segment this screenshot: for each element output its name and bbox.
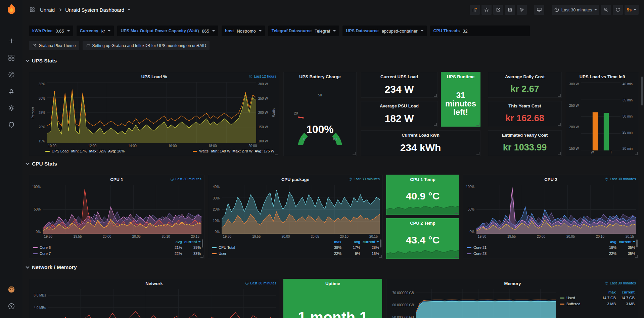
panel-title[interactable]: Memory xyxy=(504,281,521,286)
panel-title[interactable]: Network xyxy=(145,281,163,286)
legend-col-current[interactable]: current xyxy=(616,290,635,294)
legend-col-max[interactable]: max xyxy=(323,240,341,244)
ups-load-chart[interactable] xyxy=(47,82,256,143)
legend-row-core23: Core 23 22% 35% xyxy=(467,251,635,257)
variable-telegraf-datasource[interactable]: Telegraf DatasourceTelegraf xyxy=(268,26,339,36)
time-picker-button[interactable]: Last 30 minutes xyxy=(552,5,599,15)
panel-title[interactable]: Estimated Yearly Cost xyxy=(502,133,548,138)
apps-grid-icon[interactable] xyxy=(28,5,37,14)
cpu2-chart[interactable] xyxy=(476,185,636,234)
template-variables-row: kWh Price0.65 Currencykr UPS Max Output … xyxy=(29,26,530,36)
legend-col-avg[interactable]: avg xyxy=(598,240,616,244)
panel-uptime: Uptime 1 month 1 xyxy=(283,279,382,318)
gauge-label-mid: 50 xyxy=(318,93,322,97)
legend-col-avg[interactable]: avg xyxy=(341,240,360,244)
dashboard-title[interactable]: Unraid System Dashboard xyxy=(65,7,124,13)
panel-title[interactable]: Uptime xyxy=(325,281,340,286)
legend-col-avg[interactable]: avg xyxy=(163,240,182,244)
alerting-bell-icon[interactable] xyxy=(5,85,18,98)
cpu-threads-input[interactable] xyxy=(463,27,526,35)
refresh-button[interactable] xyxy=(613,5,623,15)
legend-col-max[interactable]: max xyxy=(597,290,616,294)
section-ups-stats[interactable]: UPS Stats xyxy=(26,58,57,64)
section-network-memory[interactable]: Network / Memory xyxy=(26,264,77,270)
variable-kwh-price[interactable]: kWh Price0.65 xyxy=(29,26,73,36)
x-axis-ticks: 19:5019:5520:0020:0520:1020:15 xyxy=(208,234,382,238)
create-icon[interactable] xyxy=(5,35,18,47)
legend-scrollbar[interactable] xyxy=(202,239,203,247)
user-avatar[interactable] xyxy=(5,283,18,296)
panel-memory: Memory Last 30 minutes 70.000000 GB 60.0… xyxy=(386,279,639,318)
zoom-out-button[interactable] xyxy=(601,5,611,15)
stat-value: 234 kWh xyxy=(361,139,480,156)
network-chart[interactable] xyxy=(48,289,276,318)
panel-title[interactable]: CPU package xyxy=(281,177,309,182)
configuration-gear-icon[interactable] xyxy=(5,102,18,115)
gauge-label-min: 0 xyxy=(303,137,305,141)
memory-chart[interactable] xyxy=(416,289,556,318)
panel-title[interactable]: Average PSU Load xyxy=(380,103,419,108)
legend-header: avg current xyxy=(467,239,635,244)
panel-title[interactable]: CPU 2 xyxy=(544,177,557,182)
cpu1-chart[interactable] xyxy=(43,185,201,234)
series-swatch xyxy=(193,151,197,152)
navbar-actions: Last 30 minutes 5s xyxy=(470,5,639,15)
save-button[interactable] xyxy=(505,5,515,15)
share-button[interactable] xyxy=(493,5,503,15)
server-admin-shield-icon[interactable] xyxy=(5,119,18,131)
panel-title[interactable]: UPS Runtime xyxy=(447,74,474,79)
panel-title[interactable]: Current UPS Load xyxy=(380,74,418,79)
legend-item-watts[interactable]: Watts Min:148 W Max:278 W Avg:175 W xyxy=(193,149,274,153)
panel-cpu-2-temp: CPU 2 Temp 43.4 °C xyxy=(386,218,459,259)
panel-title[interactable]: UPS Load vs Time left xyxy=(580,74,625,79)
dashboard-link-ups-monitoring[interactable]: Setting up Grafana and InfluxDB for UPS … xyxy=(83,41,210,50)
legend-table: max current Used 14.7 GB 14.7 GB Buffere… xyxy=(556,289,636,318)
refresh-interval-button[interactable]: 5s xyxy=(625,5,639,15)
legend-item-ups-load[interactable]: UPS Load Min:17% Max:32% Avg:20% xyxy=(45,149,125,153)
time-range-label: Last 30 minutes xyxy=(561,7,592,12)
legend-scrollbar[interactable] xyxy=(380,239,381,247)
panel-title[interactable]: CPU 1 xyxy=(110,177,123,182)
variable-cpu-threads: CPU Threads xyxy=(430,26,530,36)
help-icon[interactable] xyxy=(5,300,18,313)
series-swatch xyxy=(212,253,217,254)
legend-col-current[interactable]: current xyxy=(360,240,379,244)
legend-col-current[interactable]: current xyxy=(616,240,635,244)
page-scrollbar[interactable] xyxy=(641,77,643,105)
variable-ups-max-output[interactable]: UPS Max Output Power Capacity (Watt)865 xyxy=(117,26,218,36)
star-button[interactable] xyxy=(481,5,492,15)
title-caret-icon[interactable] xyxy=(128,9,130,10)
dashboards-icon[interactable] xyxy=(5,51,18,64)
stat-value: 1 month 1 xyxy=(284,309,382,318)
x-axis-ticks: 10:0012:0014:0016:0018:0020:00 xyxy=(29,143,279,148)
panel-title[interactable]: CPU 2 Temp xyxy=(410,221,435,226)
legend-row-used: Used 14.7 GB 14.7 GB xyxy=(560,295,635,301)
panel-current-ups-load: Current UPS Load 234 W xyxy=(361,72,438,98)
add-panel-button[interactable] xyxy=(470,5,480,15)
dashboard-settings-button[interactable] xyxy=(517,5,527,15)
variable-ups-datasource[interactable]: UPS Datasourceapcupsd-container xyxy=(342,26,426,36)
explore-compass-icon[interactable] xyxy=(5,68,18,81)
ups-load-vs-time-chart[interactable] xyxy=(581,82,620,150)
panel-title[interactable]: Average Daily Cost xyxy=(505,74,545,79)
variable-host[interactable]: hostNostromo xyxy=(222,26,265,36)
series-swatch xyxy=(560,304,564,305)
panel-title[interactable]: CPU 1 Temp xyxy=(410,177,435,182)
legend-scrollbar[interactable] xyxy=(636,239,638,247)
panel-title[interactable]: Current Load kWh xyxy=(402,133,440,138)
panel-title[interactable]: UPS Load % xyxy=(141,74,167,79)
dashboard-link-plex-theme[interactable]: Grafana Plex Theme xyxy=(29,41,79,50)
external-link-icon xyxy=(86,44,90,48)
variable-currency[interactable]: Currencykr xyxy=(77,26,114,36)
section-cpu-stats[interactable]: CPU Stats xyxy=(26,161,57,167)
stat-value: kr 2.67 xyxy=(488,81,561,97)
panel-title[interactable]: UPS Battery Charge xyxy=(299,74,341,79)
breadcrumb-app[interactable]: Unraid xyxy=(40,7,55,13)
cpu-package-chart[interactable] xyxy=(222,185,380,234)
cycle-view-monitor-button[interactable] xyxy=(534,5,544,15)
grafana-logo[interactable] xyxy=(4,3,18,17)
stat-value: 31 minutes left! xyxy=(441,81,480,126)
panel-ups-battery-charge: UPS Battery Charge 50 20 0 100 100% xyxy=(283,72,357,156)
panel-title[interactable]: This Years Cost xyxy=(508,103,541,108)
legend-col-current[interactable]: current xyxy=(182,240,201,244)
